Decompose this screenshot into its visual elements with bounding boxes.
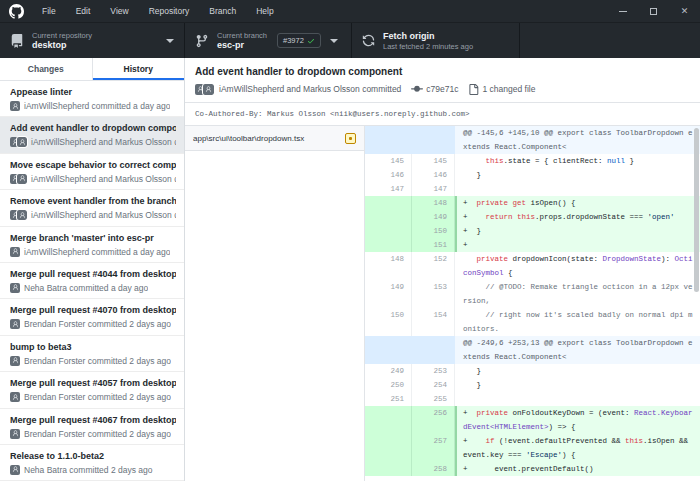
commit-item-title: Merge pull request #4070 from desktop/… (10, 304, 176, 316)
commit-item-title: Merge pull request #4067 from desktop/… (10, 414, 176, 426)
diff-new-line-number: 151 (412, 238, 455, 252)
commit-list-item[interactable]: Add event handler to dropdown compon…iAm… (0, 117, 184, 153)
commit-list-item[interactable]: Remove event handler from the branches…i… (0, 190, 184, 226)
modified-file-icon (345, 133, 356, 144)
minimize-icon (619, 11, 627, 12)
diff-hunk-header: @@ -249,6 +253,13 @@ export class Toolba… (365, 336, 700, 364)
menu-item-file[interactable]: File (32, 0, 66, 22)
avatar (17, 137, 27, 147)
avatar (10, 356, 20, 366)
close-button[interactable]: ✕ (669, 0, 700, 22)
commit-list-item[interactable]: Merge pull request #4044 from desktop/…N… (0, 263, 184, 299)
close-icon: ✕ (681, 7, 689, 16)
chevron-down-icon (330, 39, 338, 43)
commit-item-title: Merge pull request #4057 from desktop/… (10, 377, 176, 389)
menu-item-branch[interactable]: Branch (199, 0, 246, 22)
diff-line: 257+ if (!event.defaultPrevented && this… (365, 434, 700, 462)
commit-list-item[interactable]: Merge pull request #4067 from desktop/…B… (0, 409, 184, 445)
diff-line: 249253 } (365, 364, 700, 378)
commit-item-title: Release to 1.1.0-beta2 (10, 450, 176, 462)
diff-line: 149153 // @TODO: Remake triangle octicon… (365, 280, 700, 308)
diff-new-line-number: 254 (412, 378, 455, 392)
diff-old-line-number: 148 (365, 252, 412, 280)
commit-detail-panel: Add event handler to dropdown component … (185, 58, 700, 481)
commit-list-item[interactable]: Merge pull request #4070 from desktop/…B… (0, 299, 184, 335)
commit-item-meta: iAmWillShepherd and Markus Olsson co… (10, 174, 176, 184)
diff-line-content: } (455, 364, 700, 378)
commit-list-item[interactable]: Release to 1.1.0-beta2Neha Batra committ… (0, 445, 184, 481)
diff-new-line-number: 145 (412, 154, 455, 168)
commit-list: Appease linteriAmWillShepherd committed … (0, 81, 184, 481)
commit-item-byline: Neha Batra committed 2 days ago (24, 465, 153, 475)
diff-view: @@ -145,6 +145,10 @@ export class Toolba… (365, 126, 700, 481)
diff-hunk-gutter (365, 336, 455, 364)
diff-new-line-number: 147 (412, 182, 455, 196)
diff-hunk-text: @@ -145,6 +145,10 @@ export class Toolba… (455, 126, 700, 154)
diff-line: 148152 private dropdownIcon(state: Dropd… (365, 252, 700, 280)
diff-hunk-gutter (365, 126, 455, 154)
commit-list-item[interactable]: Move escape behavior to correct compo…iA… (0, 154, 184, 190)
diff-new-line-number: 150 (412, 224, 455, 238)
repository-name: desktop (32, 40, 92, 51)
diff-old-line-number: 150 (365, 308, 412, 336)
commit-item-byline: iAmWillShepherd and Markus Olsson co… (31, 210, 176, 220)
fetch-origin-button[interactable]: Fetch origin Last fetched 2 minutes ago (352, 23, 520, 58)
avatar (10, 465, 20, 475)
commit-item-meta: Brendan Forster committed 2 days ago (10, 319, 176, 329)
diff-new-line-number: 253 (412, 364, 455, 378)
diff-new-line-number: 258 (412, 462, 455, 476)
commit-byline: iAmWillShepherd and Markus Olsson commit… (219, 84, 401, 94)
menu-item-repository[interactable]: Repository (139, 0, 200, 22)
commit-item-title: Add event handler to dropdown compon… (10, 122, 176, 134)
titlebar: FileEditViewRepositoryBranchHelp ✕ (0, 0, 700, 22)
diff-scrollbar-thumb[interactable] (694, 128, 699, 292)
menu-item-help[interactable]: Help (246, 0, 283, 22)
repository-label: Current repository (32, 31, 92, 40)
diff-line-content: + } (455, 224, 700, 238)
current-repository-button[interactable]: Current repository desktop (0, 23, 185, 58)
avatar (10, 283, 20, 293)
avatar (10, 247, 20, 257)
fetch-subtitle: Last fetched 2 minutes ago (383, 42, 473, 51)
file-diff-icon (468, 84, 479, 95)
diff-new-line-number: 255 (412, 392, 455, 406)
avatar (17, 210, 27, 220)
diff-line: 250254 } (365, 378, 700, 392)
tab-changes[interactable]: Changes (0, 58, 93, 80)
current-branch-button[interactable]: Current branch esc-pr #3972 (185, 23, 352, 58)
commit-item-title: Merge pull request #4044 from desktop/… (10, 268, 176, 280)
commit-description: Co-Authored-By: Markus Olsson <niik@user… (185, 103, 700, 126)
commit-list-item[interactable]: Merge branch 'master' into esc-priAmWill… (0, 227, 184, 263)
commit-item-byline: Brendan Forster committed 2 days ago (24, 392, 171, 402)
commit-item-byline: iAmWillShepherd and Markus Olsson co… (31, 174, 176, 184)
diff-line-content: } (455, 168, 700, 182)
diff-line-content: + (455, 238, 700, 252)
menu-item-view[interactable]: View (100, 0, 138, 22)
tab-history[interactable]: History (93, 58, 185, 80)
diff-new-line-number: 146 (412, 168, 455, 182)
commit-list-item[interactable]: Merge pull request #4057 from desktop/…B… (0, 372, 184, 408)
commit-list-item[interactable]: Appease linteriAmWillShepherd committed … (0, 81, 184, 117)
commit-item-meta: iAmWillShepherd and Markus Olsson co… (10, 210, 176, 220)
menu-item-edit[interactable]: Edit (66, 0, 101, 22)
maximize-button[interactable] (638, 0, 669, 22)
diff-hunk-header: @@ -145,6 +145,10 @@ export class Toolba… (365, 126, 700, 154)
diff-line: 150154 // right now it's scaled badly on… (365, 308, 700, 336)
diff-rows: @@ -145,6 +145,10 @@ export class Toolba… (365, 126, 700, 476)
diff-old-line-number: 146 (365, 168, 412, 182)
diff-old-line-number (365, 196, 412, 210)
commit-item-byline: iAmWillShepherd committed a day ago (24, 101, 170, 111)
file-list-item[interactable]: app\src\ui\toolbar\dropdown.tsx (185, 126, 364, 151)
commit-item-byline: Brendan Forster committed 2 days ago (24, 429, 171, 439)
window-controls: ✕ (607, 0, 700, 22)
diff-old-line-number (365, 434, 412, 462)
check-icon (307, 37, 315, 45)
minimize-button[interactable] (607, 0, 638, 22)
diff-line: 148+ private get isOpen() { (365, 196, 700, 210)
diff-line: 146146 } (365, 168, 700, 182)
diff-line-content: this.state = { clientRect: null } (455, 154, 700, 168)
menubar: FileEditViewRepositoryBranchHelp (32, 0, 284, 22)
diff-new-line-number: 152 (412, 252, 455, 280)
diff-hunk-text: @@ -249,6 +253,13 @@ export class Toolba… (455, 336, 700, 364)
commit-list-item[interactable]: bump to beta3Brendan Forster committed 2… (0, 336, 184, 372)
